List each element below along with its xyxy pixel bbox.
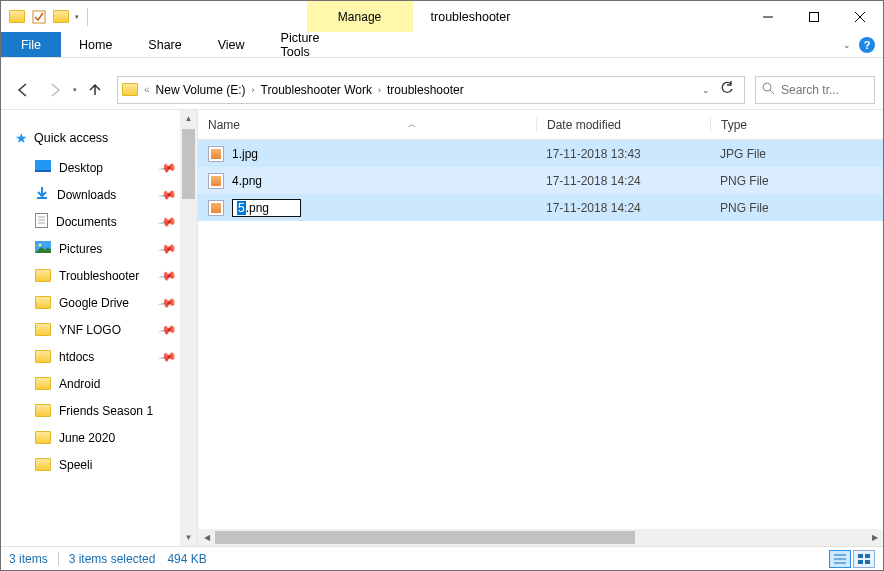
folder-icon	[35, 431, 51, 444]
svg-rect-21	[858, 560, 863, 564]
rename-input[interactable]: 5.png	[232, 199, 301, 217]
sidebar-item-folder[interactable]: Google Drive📌	[15, 289, 197, 316]
svg-rect-8	[35, 170, 51, 172]
column-date[interactable]: Date modified	[536, 118, 710, 132]
scroll-thumb[interactable]	[215, 531, 635, 544]
status-size: 494 KB	[167, 552, 206, 566]
content-pane: Name︿ Date modified Type 1.jpg 17-11-201…	[198, 110, 883, 546]
minimize-button[interactable]	[745, 1, 791, 32]
image-file-icon	[208, 200, 224, 216]
folder-icon	[35, 269, 51, 282]
tab-picture-tools[interactable]: Picture Tools	[263, 32, 369, 57]
star-icon: ★	[15, 130, 28, 146]
sidebar-item-desktop[interactable]: Desktop📌	[15, 154, 197, 181]
quick-access-header[interactable]: ★ Quick access	[15, 122, 197, 154]
pin-icon: 📌	[157, 184, 177, 204]
context-tab-label: Manage	[338, 10, 381, 24]
history-dropdown-icon[interactable]: ▾	[73, 86, 77, 94]
svg-rect-22	[865, 560, 870, 564]
column-name[interactable]: Name︿	[208, 118, 536, 132]
tab-home[interactable]: Home	[61, 32, 130, 57]
sidebar-item-folder[interactable]: Speeli	[15, 451, 197, 478]
svg-rect-20	[865, 554, 870, 558]
search-box[interactable]: Search tr...	[755, 76, 875, 104]
file-row[interactable]: 4.png 17-11-2018 14:24 PNG File	[198, 167, 883, 194]
nav-scrollbar[interactable]: ▲ ▼	[180, 110, 197, 546]
horizontal-scrollbar[interactable]: ◀ ▶	[198, 529, 883, 546]
scroll-down-icon[interactable]: ▼	[180, 529, 197, 546]
scroll-thumb[interactable]	[182, 129, 195, 199]
forward-button[interactable]	[41, 76, 69, 104]
svg-rect-2	[810, 12, 819, 21]
folder-icon	[35, 323, 51, 336]
folder-icon	[35, 404, 51, 417]
refresh-icon[interactable]	[720, 81, 734, 98]
svg-rect-0	[33, 11, 45, 23]
image-file-icon	[208, 173, 224, 189]
back-button[interactable]	[9, 76, 37, 104]
image-file-icon	[208, 146, 224, 162]
file-row-renaming[interactable]: 5.png 17-11-2018 14:24 PNG File	[198, 194, 883, 221]
column-headers: Name︿ Date modified Type	[198, 110, 883, 140]
ribbon: File Home Share View Picture Tools ⌄ ?	[1, 32, 883, 58]
sidebar-item-folder[interactable]: Android	[15, 370, 197, 397]
pin-icon: 📌	[157, 265, 177, 285]
sidebar-item-documents[interactable]: Documents📌	[15, 208, 197, 235]
pin-icon: 📌	[157, 346, 177, 366]
downloads-icon	[35, 186, 49, 203]
search-icon	[762, 82, 775, 98]
svg-rect-19	[858, 554, 863, 558]
folder-icon	[35, 377, 51, 390]
sidebar-item-folder[interactable]: Friends Season 1	[15, 397, 197, 424]
sidebar-item-downloads[interactable]: Downloads📌	[15, 181, 197, 208]
file-type: JPG File	[710, 147, 883, 161]
chevron-right-icon[interactable]: ›	[378, 85, 381, 95]
qat-properties-icon[interactable]	[31, 9, 47, 25]
tab-view[interactable]: View	[200, 32, 263, 57]
scroll-left-icon[interactable]: ◀	[198, 529, 215, 546]
breadcrumb-overflow-icon[interactable]: «	[144, 84, 150, 95]
explorer-window: ▾ Manage troubleshooter File Home Share …	[0, 0, 884, 571]
titlebar: ▾ Manage troubleshooter	[1, 1, 883, 32]
folder-icon	[35, 296, 51, 309]
scroll-up-icon[interactable]: ▲	[180, 110, 197, 127]
file-tab[interactable]: File	[1, 32, 61, 57]
column-type[interactable]: Type	[710, 118, 883, 132]
sidebar-item-folder[interactable]: June 2020	[15, 424, 197, 451]
chevron-right-icon[interactable]: ›	[252, 85, 255, 95]
view-details-button[interactable]	[829, 550, 851, 568]
pin-icon: 📌	[157, 238, 177, 258]
file-row[interactable]: 1.jpg 17-11-2018 13:43 JPG File	[198, 140, 883, 167]
up-button[interactable]	[81, 76, 109, 104]
view-thumbnails-button[interactable]	[853, 550, 875, 568]
context-tab-header: Manage	[307, 1, 413, 32]
address-dropdown-icon[interactable]: ⌄	[702, 85, 710, 95]
ribbon-expand-icon[interactable]: ⌄	[843, 40, 851, 50]
svg-point-5	[763, 83, 771, 91]
qat-newfolder-icon[interactable]	[53, 9, 69, 25]
folder-icon	[35, 458, 51, 471]
file-date: 17-11-2018 14:24	[536, 174, 710, 188]
address-bar[interactable]: « New Volume (E:)› Troubleshooter Work› …	[117, 76, 745, 104]
pin-icon: 📌	[157, 292, 177, 312]
desktop-icon	[35, 160, 51, 175]
sort-indicator-icon: ︿	[408, 119, 416, 130]
scroll-right-icon[interactable]: ▶	[866, 529, 883, 546]
close-button[interactable]	[837, 1, 883, 32]
search-placeholder: Search tr...	[781, 83, 839, 97]
sidebar-item-folder[interactable]: Troubleshooter📌	[15, 262, 197, 289]
help-icon[interactable]: ?	[859, 37, 875, 53]
sidebar-item-pictures[interactable]: Pictures📌	[15, 235, 197, 262]
maximize-button[interactable]	[791, 1, 837, 32]
status-selection: 3 items selected	[69, 552, 156, 566]
breadcrumb-item[interactable]: Troubleshooter Work›	[261, 83, 381, 97]
breadcrumb-item[interactable]: troubleshooter	[387, 83, 464, 97]
file-type: PNG File	[710, 174, 883, 188]
tab-share[interactable]: Share	[130, 32, 199, 57]
breadcrumb-item[interactable]: New Volume (E:)›	[156, 83, 255, 97]
sidebar-item-folder[interactable]: htdocs📌	[15, 343, 197, 370]
qat-customize-icon[interactable]: ▾	[75, 13, 79, 21]
sidebar-item-folder[interactable]: YNF LOGO📌	[15, 316, 197, 343]
svg-rect-7	[35, 160, 51, 170]
documents-icon	[35, 213, 48, 231]
